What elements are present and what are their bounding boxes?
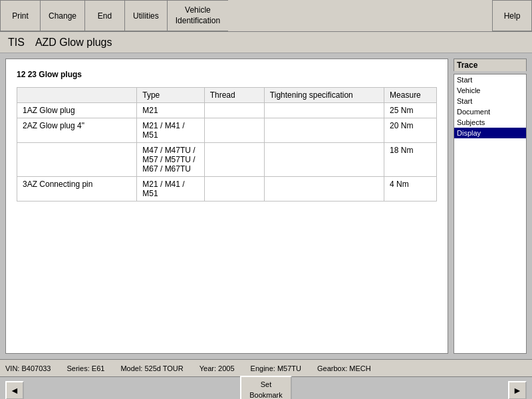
forward-button[interactable]: ► — [508, 381, 527, 400]
cell-thread — [204, 118, 264, 143]
app-name: TIS — [8, 37, 25, 49]
menu-end[interactable]: End — [84, 0, 124, 31]
table-row: 3AZ Connecting pinM21 / M41 / M514 Nm — [17, 177, 437, 201]
trace-title: Trace — [454, 59, 527, 71]
status-engine: Engine: M57TU — [251, 364, 301, 372]
col-header-type: Type — [137, 88, 204, 103]
col-header-measure: Measure — [384, 88, 437, 103]
status-bar: VIN: B407033 Series: E61 Model: 525d TOU… — [0, 359, 532, 376]
col-header-item — [17, 88, 137, 103]
trace-list[interactable]: StartVehicleStartDocumentSubjectsDisplay — [454, 74, 527, 354]
cell-thread — [204, 103, 264, 118]
back-button[interactable]: ◄ — [5, 381, 24, 400]
menu-print[interactable]: Print — [0, 0, 40, 31]
action-bar: ◄ Set Bookmark ► — [0, 376, 532, 399]
cell-type: M21 / M41 / M51 — [137, 177, 204, 201]
title-bar: TIS AZD Glow plugs — [0, 32, 532, 53]
col-header-tightening: Tightening specification — [264, 88, 384, 103]
trace-item[interactable]: Vehicle — [454, 85, 526, 96]
status-year: Year: 2005 — [200, 364, 235, 372]
cell-item: 3AZ Connecting pin — [17, 177, 137, 201]
trace-item[interactable]: Document — [454, 106, 526, 117]
cell-type: M21 — [137, 103, 204, 118]
cell-measure: 18 Nm — [384, 143, 437, 177]
bookmark-button[interactable]: Set Bookmark — [240, 376, 292, 399]
cell-thread — [204, 177, 264, 201]
cell-tightening — [264, 143, 384, 177]
cell-item: 2AZ Glow plug 4" — [17, 118, 137, 143]
trace-panel: Trace StartVehicleStartDocumentSubjectsD… — [454, 59, 527, 354]
status-series: Series: E61 — [67, 364, 105, 372]
cell-type: M47 / M47TU / M57 / M57TU / M67 / M67TU — [137, 143, 204, 177]
data-table: Type Thread Tightening specification Mea… — [17, 87, 437, 201]
col-header-thread: Thread — [204, 88, 264, 103]
section-heading: 12 23 Glow plugs — [17, 70, 437, 79]
trace-item[interactable]: Start — [454, 74, 526, 85]
cell-measure: 4 Nm — [384, 177, 437, 201]
table-row: 1AZ Glow plugM2125 Nm — [17, 103, 437, 118]
table-row: 2AZ Glow plug 4"M21 / M41 / M5120 Nm — [17, 118, 437, 143]
main-area: 12 23 Glow plugs Type Thread Tightening … — [0, 53, 532, 359]
menu-utilities[interactable]: Utilities — [124, 0, 167, 31]
cell-item — [17, 143, 137, 177]
trace-item[interactable]: Subjects — [454, 117, 526, 128]
cell-tightening — [264, 103, 384, 118]
menu-vehicle-id[interactable]: Vehicle Identification — [167, 0, 228, 31]
content-panel: 12 23 Glow plugs Type Thread Tightening … — [5, 59, 448, 354]
cell-tightening — [264, 118, 384, 143]
menu-help[interactable]: Help — [492, 0, 532, 31]
cell-measure: 20 Nm — [384, 118, 437, 143]
document-title: AZD Glow plugs — [35, 37, 112, 49]
cell-measure: 25 Nm — [384, 103, 437, 118]
cell-item: 1AZ Glow plug — [17, 103, 137, 118]
cell-thread — [204, 143, 264, 177]
table-row: M47 / M47TU / M57 / M57TU / M67 / M67TU1… — [17, 143, 437, 177]
status-vin: VIN: B407033 — [5, 364, 51, 372]
menu-change[interactable]: Change — [40, 0, 84, 31]
status-gearbox: Gearbox: MECH — [317, 364, 371, 372]
menu-spacer — [228, 0, 492, 31]
cell-type: M21 / M41 / M51 — [137, 118, 204, 143]
trace-item[interactable]: Start — [454, 96, 526, 106]
menu-bar: Print Change End Utilities Vehicle Ident… — [0, 0, 532, 32]
cell-tightening — [264, 177, 384, 201]
trace-item[interactable]: Display — [454, 128, 526, 138]
status-model: Model: 525d TOUR — [120, 364, 183, 372]
